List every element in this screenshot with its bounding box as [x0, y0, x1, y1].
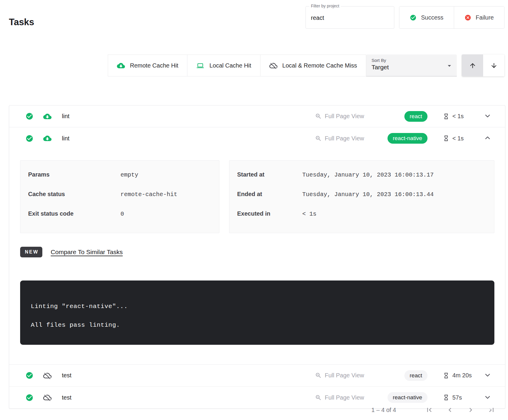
- row-actions: Full Page View react 4m 20s: [313, 370, 493, 381]
- project-filter-field: Filter by project: [306, 6, 394, 29]
- task-duration-label: < 1s: [452, 113, 464, 120]
- collapse-row-button[interactable]: [483, 133, 493, 144]
- hourglass-icon: [443, 372, 449, 379]
- sort-order-group: [462, 54, 504, 76]
- remote-cache-hit-icon: [43, 112, 52, 121]
- first-page-button[interactable]: [425, 405, 434, 415]
- sort-by-select[interactable]: Sort By Target: [366, 54, 457, 76]
- failure-filter-button[interactable]: Failure: [454, 7, 504, 28]
- full-page-view-label: Full Page View: [325, 394, 364, 401]
- full-page-view-button[interactable]: Full Page View: [313, 372, 366, 379]
- task-row-lint-react-native: lint Full Page View react-native < 1s: [9, 127, 505, 149]
- success-status-icon: [25, 371, 33, 379]
- started-at-label: Started at: [237, 171, 302, 178]
- task-name: lint: [62, 113, 70, 120]
- full-page-view-button[interactable]: Full Page View: [313, 113, 366, 120]
- success-filter-label: Success: [421, 14, 443, 21]
- failure-filter-label: Failure: [476, 14, 494, 21]
- x-circle-icon: [464, 14, 471, 21]
- caret-down-icon: [446, 62, 453, 70]
- cache-miss-icon: [43, 393, 52, 402]
- cache-miss-label: Local & Remote Cache Miss: [282, 62, 357, 69]
- exit-code-label: Exit status code: [28, 210, 120, 217]
- terminal-output: Linting "react-native"... All files pass…: [20, 280, 494, 345]
- project-badge[interactable]: react-native: [388, 392, 427, 403]
- task-duration: < 1s: [443, 135, 481, 142]
- cache-status-label: Cache status: [28, 191, 120, 198]
- task-list: lint Full Page View react < 1s: [9, 105, 505, 409]
- last-page-button[interactable]: [487, 405, 496, 415]
- local-cache-hit-filter-button[interactable]: Local Cache Hit: [187, 55, 260, 76]
- remote-cache-hit-label: Remote Cache Hit: [130, 62, 178, 69]
- first-page-icon: [425, 406, 433, 414]
- project-badge[interactable]: react: [404, 370, 427, 381]
- task-details-panel: Params empty Cache status remote-cache-h…: [9, 149, 505, 365]
- expand-row-button[interactable]: [483, 370, 493, 381]
- chevron-right-icon: [467, 406, 475, 414]
- started-at-value: Tuesday, January 10, 2023 16:00:13.17: [302, 171, 434, 178]
- laptop-icon: [196, 62, 204, 70]
- task-duration: 57s: [443, 394, 481, 401]
- hourglass-icon: [443, 394, 449, 401]
- previous-page-button[interactable]: [445, 405, 455, 415]
- pagination: 1 – 4 of 4: [372, 405, 496, 415]
- full-page-view-label: Full Page View: [325, 372, 364, 379]
- row-actions: Full Page View react-native 57s: [313, 392, 493, 403]
- project-badge[interactable]: react: [404, 111, 427, 122]
- task-row-test-react: test Full Page View react 4m 20s: [9, 365, 505, 387]
- header-controls: Filter by project Success Failure: [306, 6, 504, 29]
- chevron-up-icon: [484, 134, 491, 142]
- hourglass-icon: [443, 113, 449, 120]
- toolbar: Remote Cache Hit Local Cache Hit Local &…: [108, 54, 504, 76]
- full-page-view-label: Full Page View: [325, 113, 364, 120]
- task-duration-label: 57s: [452, 394, 462, 401]
- cloud-download-icon: [117, 62, 125, 70]
- task-duration-label: 4m 20s: [452, 372, 472, 379]
- terminal-line: Linting "react-native"...: [31, 303, 486, 310]
- full-page-view-button[interactable]: Full Page View: [313, 135, 366, 142]
- arrow-up-icon: [469, 62, 476, 69]
- cache-filter-group: Remote Cache Hit Local Cache Hit Local &…: [108, 54, 366, 76]
- project-filter-input[interactable]: [310, 14, 387, 22]
- remote-cache-hit-filter-button[interactable]: Remote Cache Hit: [108, 55, 187, 76]
- next-page-button[interactable]: [466, 405, 475, 415]
- ended-at-value: Tuesday, January 10, 2023 16:00:13.44: [302, 191, 434, 198]
- success-filter-button[interactable]: Success: [399, 7, 454, 28]
- chevron-down-icon: [484, 371, 491, 379]
- expand-row-button[interactable]: [483, 392, 493, 403]
- chevron-down-icon: [484, 112, 491, 120]
- arrow-down-icon: [490, 62, 498, 69]
- task-timing-box: Started at Tuesday, January 10, 2023 16:…: [229, 160, 494, 233]
- task-params-box: Params empty Cache status remote-cache-h…: [20, 160, 219, 233]
- expand-row-button[interactable]: [483, 111, 493, 122]
- pagination-range-label: 1 – 4 of 4: [372, 407, 396, 413]
- task-duration-label: < 1s: [452, 135, 464, 142]
- status-filter-group: Success Failure: [399, 6, 504, 29]
- full-page-view-label: Full Page View: [325, 135, 364, 142]
- terminal-line: All files pass linting.: [31, 322, 486, 328]
- task-name: lint: [62, 135, 70, 142]
- executed-in-label: Executed in: [237, 210, 302, 217]
- sort-descending-button[interactable]: [483, 54, 504, 76]
- sort-ascending-button[interactable]: [462, 54, 483, 76]
- sort-by-value: Target: [372, 64, 451, 71]
- full-page-view-button[interactable]: Full Page View: [313, 394, 366, 401]
- task-duration: 4m 20s: [443, 372, 481, 379]
- zoom-in-icon: [315, 113, 322, 120]
- zoom-in-icon: [315, 135, 322, 142]
- compare-to-similar-tasks-link[interactable]: Compare To Similar Tasks: [51, 249, 123, 256]
- cache-status-value: remote-cache-hit: [120, 191, 177, 198]
- last-page-icon: [487, 406, 496, 414]
- zoom-in-icon: [315, 394, 322, 401]
- chevron-down-icon: [484, 393, 491, 401]
- project-filter-label: Filter by project: [309, 4, 341, 8]
- ended-at-label: Ended at: [237, 191, 302, 198]
- cache-miss-filter-button[interactable]: Local & Remote Cache Miss: [260, 55, 366, 76]
- remote-cache-hit-icon: [43, 134, 52, 142]
- sort-by-label: Sort By: [372, 58, 451, 63]
- page-title: Tasks: [9, 17, 34, 28]
- success-status-icon: [25, 112, 33, 120]
- row-actions: Full Page View react < 1s: [313, 111, 493, 122]
- project-badge[interactable]: react-native: [388, 133, 427, 144]
- success-status-icon: [25, 394, 33, 402]
